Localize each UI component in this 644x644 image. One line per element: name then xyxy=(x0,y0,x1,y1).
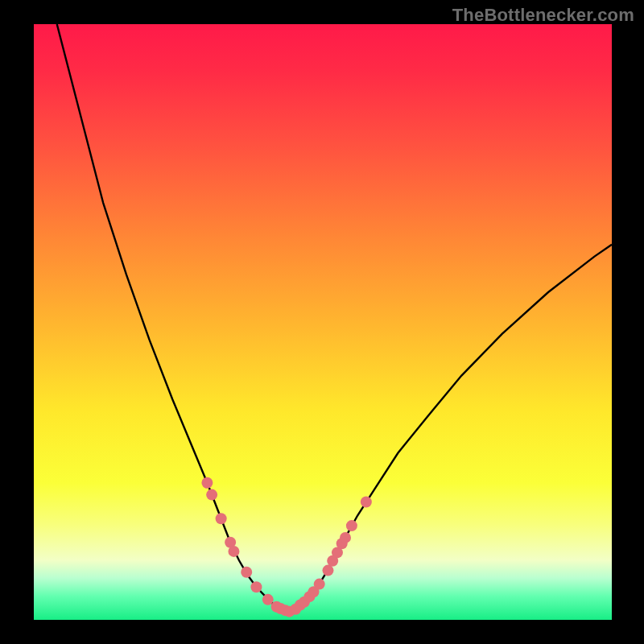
marker-group xyxy=(201,477,371,617)
marker-dot xyxy=(340,532,351,543)
marker-dot xyxy=(216,513,227,524)
marker-dot xyxy=(262,594,274,605)
marker-dot xyxy=(346,520,357,531)
marker-dot xyxy=(361,496,372,507)
plot-area xyxy=(34,24,612,620)
curve-left xyxy=(57,24,288,612)
marker-dot xyxy=(201,477,213,489)
marker-dot xyxy=(314,579,325,590)
marker-dot xyxy=(241,567,252,578)
marker-dot xyxy=(250,581,262,592)
marker-dot xyxy=(206,489,217,501)
marker-dot xyxy=(228,546,239,557)
chart-frame: TheBottlenecker.com xyxy=(0,0,644,644)
watermark-text: TheBottlenecker.com xyxy=(452,5,634,26)
chart-svg xyxy=(34,24,612,620)
